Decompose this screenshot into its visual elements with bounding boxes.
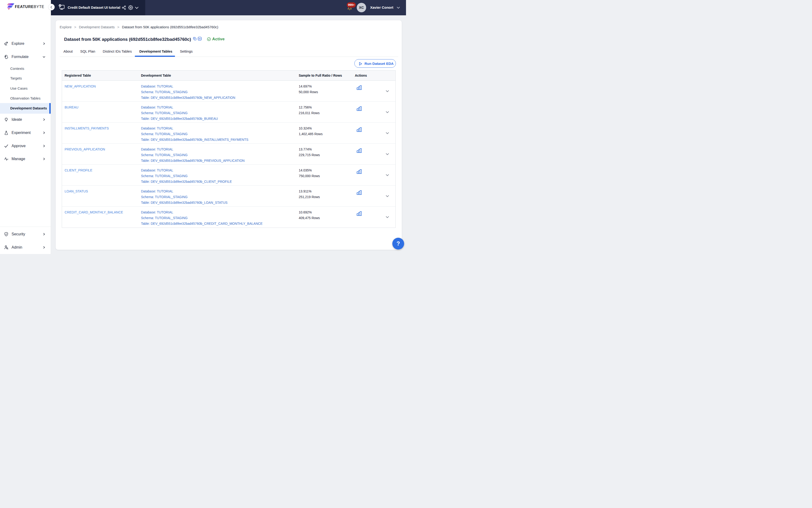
svg-text:ID: ID: [199, 38, 200, 40]
